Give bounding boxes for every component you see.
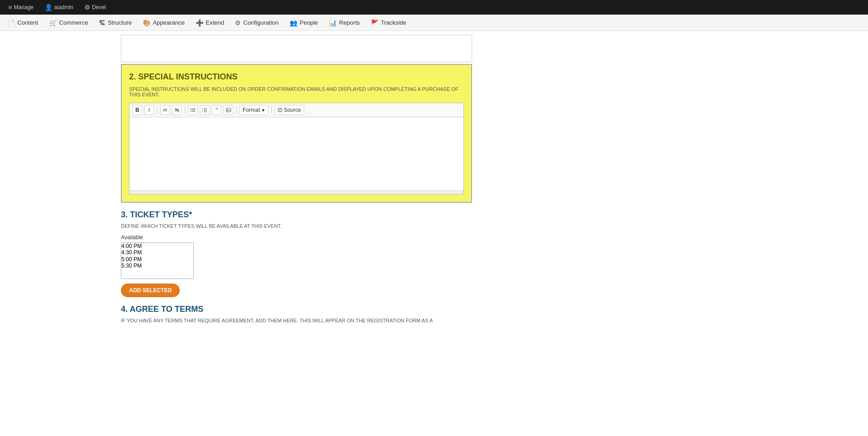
topbar-manage-label: Manage: [14, 4, 33, 11]
rte-link-button[interactable]: [160, 105, 170, 115]
menubar-content-label: Content: [17, 19, 38, 26]
menubar-trackside[interactable]: 🚩 Trackside: [365, 15, 412, 31]
menubar-commerce-label: Commerce: [59, 19, 88, 26]
list-item[interactable]: 5:30 PM: [121, 263, 193, 269]
user-icon: 👤: [45, 4, 52, 11]
menubar-extend-label: Extend: [206, 19, 224, 26]
rte-separator-4: [271, 106, 272, 114]
svg-point-4: [191, 111, 192, 112]
svg-point-2: [191, 110, 192, 110]
special-instructions-section: 2. Special Instructions SPECIAL INSTRUCT…: [121, 64, 472, 203]
appearance-icon: 🎨: [143, 19, 151, 26]
menubar-reports[interactable]: 📊 Reports: [323, 15, 365, 31]
ticket-types-section: 3. Ticket Types* DEFINE WHICH TICKET TYP…: [121, 210, 472, 297]
rte-separator-3: [236, 106, 237, 114]
menubar-appearance-label: Appearance: [153, 19, 185, 26]
svg-text:3.: 3.: [202, 110, 203, 113]
agree-to-terms-heading: 4. Agree to Terms: [121, 305, 472, 314]
manage-icon: ≡: [8, 4, 12, 11]
agree-to-terms-section: 4. Agree to Terms IF YOU HAVE ANY TERMS …: [121, 305, 472, 323]
rte-unlink-button[interactable]: [172, 105, 182, 115]
menubar-people-label: People: [300, 19, 318, 26]
structure-icon: 🏗: [99, 19, 105, 26]
list-item[interactable]: 5:00 PM: [121, 256, 193, 263]
devel-icon: ⚙: [84, 4, 90, 11]
commerce-icon: 🛒: [49, 19, 57, 26]
people-icon: 👥: [290, 19, 297, 26]
agree-to-terms-description: IF YOU HAVE ANY TERMS THAT REQUIRE AGREE…: [121, 318, 472, 323]
special-instructions-description: SPECIAL INSTRUCTIONS WILL BE INCLUDED ON…: [129, 86, 464, 97]
topbar-devel-label: Devel: [92, 4, 106, 11]
image-icon: [226, 107, 231, 113]
rte-italic-button[interactable]: I: [144, 105, 154, 115]
menubar-configuration[interactable]: ⚙ Configuration: [229, 15, 284, 31]
menubar-reports-label: Reports: [339, 19, 360, 26]
source-icon: [278, 108, 282, 112]
list-item[interactable]: 4:30 PM: [121, 249, 193, 256]
svg-point-0: [191, 108, 192, 109]
rte-ordered-list-button[interactable]: 1. 2. 3.: [200, 105, 210, 115]
special-instructions-heading: 2. Special Instructions: [129, 72, 464, 82]
rte-image-button[interactable]: [223, 105, 234, 115]
top-textarea[interactable]: [121, 35, 472, 62]
menubar-trackside-label: Trackside: [381, 19, 406, 26]
menubar-appearance[interactable]: 🎨 Appearance: [137, 15, 190, 31]
svg-rect-12: [226, 108, 231, 112]
format-dropdown-icon: ▼: [261, 108, 265, 113]
content-icon: 📄: [7, 19, 15, 26]
top-textarea-wrapper: [121, 35, 472, 62]
ordered-list-icon: 1. 2. 3.: [202, 107, 208, 113]
extend-icon: ➕: [196, 19, 203, 26]
menubar-commerce[interactable]: 🛒 Commerce: [44, 15, 94, 31]
rte-container: B I: [129, 103, 464, 194]
link-icon: [162, 107, 168, 113]
unlink-icon: [174, 107, 180, 113]
menubar-extend[interactable]: ➕ Extend: [190, 15, 229, 31]
rte-separator-2: [185, 106, 185, 114]
rte-unordered-list-button[interactable]: [188, 105, 198, 115]
list-item[interactable]: 4:00 PM: [121, 243, 193, 249]
topbar-manage[interactable]: ≡ Manage: [4, 0, 38, 15]
unordered-list-icon: [190, 107, 196, 113]
configuration-icon: ⚙: [235, 19, 241, 26]
rte-editable-area[interactable]: [130, 117, 463, 190]
rte-bold-button[interactable]: B: [132, 105, 142, 115]
rte-blockquote-button[interactable]: ": [212, 105, 222, 115]
menubar-structure[interactable]: 🏗 Structure: [94, 15, 137, 31]
ticket-types-heading: 3. Ticket Types*: [121, 210, 472, 220]
menubar-content[interactable]: 📄 Content: [2, 15, 44, 31]
rte-format-button[interactable]: Format ▼: [239, 105, 269, 115]
available-label: Available: [121, 234, 472, 241]
rte-resize-handle[interactable]: [130, 190, 463, 194]
ticket-types-list[interactable]: 4:00 PM 4:30 PM 5:00 PM 5:30 PM: [121, 242, 194, 279]
trackside-icon: 🚩: [371, 19, 379, 26]
rte-source-button[interactable]: Source: [275, 105, 304, 115]
rte-format-label: Format: [243, 107, 260, 113]
menubar-structure-label: Structure: [108, 19, 132, 26]
reports-icon: 📊: [329, 19, 337, 26]
menubar-people[interactable]: 👥 People: [284, 15, 323, 31]
rte-source-label: Source: [284, 107, 301, 113]
add-selected-button[interactable]: ADD SELECTED: [121, 284, 180, 297]
ticket-types-description: DEFINE WHICH TICKET TYPES WILL BE AVAILA…: [121, 223, 472, 229]
topbar-aiadmin-label: aiadmin: [54, 4, 73, 11]
menubar: 📄 Content 🛒 Commerce 🏗 Structure 🎨 Appea…: [0, 15, 868, 31]
topbar: ≡ Manage 👤 aiadmin ⚙ Devel: [0, 0, 868, 15]
topbar-aiadmin[interactable]: 👤 aiadmin: [40, 0, 78, 15]
topbar-devel[interactable]: ⚙ Devel: [80, 0, 111, 15]
rte-separator-1: [157, 106, 157, 114]
rte-toolbar: B I: [130, 103, 463, 117]
menubar-configuration-label: Configuration: [243, 19, 278, 26]
